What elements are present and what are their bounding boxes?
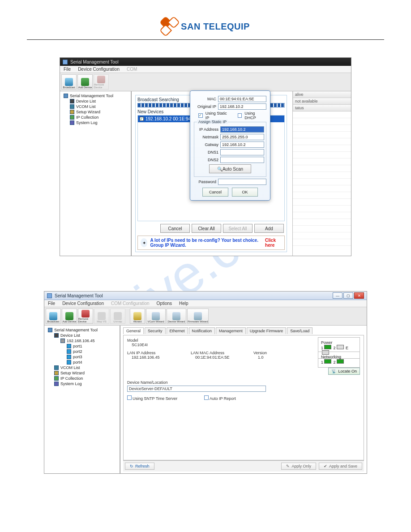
locate-on-button[interactable]: 📡Locate On <box>328 368 360 375</box>
ip-address-input[interactable]: 192.168.10.2 <box>220 126 264 133</box>
tab-security[interactable]: Security <box>145 327 166 334</box>
screenshot-device-general: Serial Management Tool — ▢ ✕ File Device… <box>44 292 367 473</box>
menu-device-config[interactable]: Device Configuration <box>74 66 123 73</box>
broadcast-button[interactable]: Broadcast <box>61 74 77 90</box>
vcom-wizard-button[interactable]: VCom Wizard <box>146 309 166 324</box>
remove-device-button: Remove Device <box>94 74 109 90</box>
nav-tree[interactable]: Serial Management Tool Device List VCOM … <box>60 91 131 256</box>
dns1-input[interactable] <box>220 149 264 155</box>
tab-management[interactable]: Management <box>216 327 246 334</box>
firmware-wizard-icon <box>194 312 202 320</box>
menu-com-config: COM <box>123 66 141 73</box>
tree-setup-wizard[interactable]: Setup Wizard <box>62 109 129 115</box>
dns2-input[interactable] <box>220 157 264 163</box>
wizard-button[interactable]: Wizard <box>130 309 145 324</box>
titlebar: Serial Management Tool — ▢ ✕ <box>44 292 367 300</box>
clear-all-button[interactable]: Clear All <box>192 224 221 233</box>
tree-root-icon <box>64 94 68 98</box>
menu-com-config: COM Configuration <box>107 300 153 307</box>
tree-system-log[interactable]: System Log <box>62 120 129 125</box>
password-input[interactable] <box>218 179 266 185</box>
tree-port1[interactable]: port1 <box>46 343 118 349</box>
remove-device-icon <box>97 76 105 83</box>
minimize-button[interactable]: — <box>333 292 342 299</box>
titlebar: Serial Management Tool <box>60 58 351 66</box>
tree-setup-wizard[interactable]: Setup Wizard <box>46 370 118 376</box>
power-led-2 <box>337 345 344 349</box>
menu-file[interactable]: File <box>44 300 59 307</box>
menu-device-config[interactable]: Device Configuration <box>59 300 107 307</box>
original-ip-field: 192.168.10.2 <box>218 103 266 110</box>
map-vs-button: Map VS <box>94 309 109 324</box>
logo-mark-icon <box>161 18 178 35</box>
tree-device-ip[interactable]: 192.168.106.45 <box>46 338 118 343</box>
device-wizard-button[interactable]: Device Wizard <box>167 309 186 324</box>
add-device-button[interactable]: Add Device <box>62 309 77 324</box>
gateway-input[interactable]: 192.168.10.2 <box>220 142 264 148</box>
tab-notification[interactable]: Notification <box>189 327 215 334</box>
close-button[interactable]: ✕ <box>354 292 364 299</box>
cancel-button[interactable]: Cancel <box>160 224 190 233</box>
tab-general[interactable]: General <box>123 327 144 334</box>
version-label: Version <box>253 351 267 355</box>
tree-vcom-list[interactable]: VCOM List <box>46 365 118 370</box>
refresh-icon: ↻ <box>130 464 133 468</box>
port-icon <box>67 349 71 354</box>
ip-collection-icon <box>70 115 74 120</box>
device-location-label: Device Name/Location <box>127 380 284 385</box>
menu-help[interactable]: Help <box>176 300 192 307</box>
static-ip-checkbox[interactable] <box>198 113 203 118</box>
tree-port4[interactable]: port4 <box>46 360 118 365</box>
tree-device-list[interactable]: Device List <box>62 99 129 104</box>
nav-tree[interactable]: Serial Management Tool Device List 192.1… <box>44 326 120 473</box>
auto-scan-button[interactable]: 🔍 Auto Scan <box>209 164 251 173</box>
general-panel: Model SC10E4I LAN IP Address 192.168.106… <box>123 335 364 460</box>
networking-status-box: Networking 1 2 <box>318 352 360 368</box>
window-title: Serial Management Tool <box>70 60 119 64</box>
tab-ethernet[interactable]: Ethernet <box>167 327 188 334</box>
maximize-button[interactable]: ▢ <box>343 292 353 299</box>
sntp-checkbox[interactable] <box>127 395 132 400</box>
window-controls: — ▢ ✕ <box>333 292 364 299</box>
brand-name: SAN TELEQUIP <box>181 21 250 32</box>
dialog-cancel-button[interactable]: Cancel <box>202 188 228 197</box>
refresh-button[interactable]: ↻Refresh <box>125 463 154 470</box>
remove-device-button[interactable]: Remove Device <box>78 309 93 324</box>
dialog-ok-button[interactable]: OK <box>232 188 258 197</box>
tab-upgrade-firmware[interactable]: Upgrade Firmware <box>247 327 287 334</box>
menu-options[interactable]: Options <box>153 300 176 307</box>
remove-device-icon <box>81 310 90 317</box>
add-button[interactable]: Add <box>254 224 284 233</box>
device-checkbox[interactable] <box>140 117 144 121</box>
dhcp-checkbox[interactable] <box>238 113 242 118</box>
device-location-input[interactable]: DeviceServer-DEFAULT <box>127 386 266 392</box>
mac-field: 00:1E:94:01:EA:5E <box>218 96 266 102</box>
tree-port2[interactable]: port2 <box>46 349 118 354</box>
tree-device-list[interactable]: Device List <box>46 333 118 338</box>
app-icon <box>63 60 68 64</box>
window-title: Serial Management Tool <box>55 293 103 298</box>
broadcast-button[interactable]: Broadcast <box>46 309 61 324</box>
locate-icon: 📡 <box>331 369 336 373</box>
save-icon: ✔ <box>324 464 327 468</box>
model-label: Model <box>127 338 148 343</box>
tree-ip-collection[interactable]: IP Collection <box>62 115 129 120</box>
net-led-2 <box>337 359 344 364</box>
auto-ip-report-checkbox[interactable] <box>204 395 209 400</box>
group-ip-wizard-promo[interactable]: ✦ A lot of IPs need to be re-config? You… <box>137 236 285 250</box>
add-device-button[interactable]: Add Device <box>77 74 93 90</box>
netmask-input[interactable]: 255.255.255.0 <box>220 134 264 140</box>
device-node-icon <box>60 339 65 343</box>
select-all-button: Select All <box>223 224 253 233</box>
map-vs-icon <box>98 312 106 320</box>
tree-system-log[interactable]: System Log <box>46 381 118 386</box>
tree-ip-collection[interactable]: IP Collection <box>46 376 118 381</box>
menu-file[interactable]: File <box>60 66 74 73</box>
tree-vcom-list[interactable]: VCOM List <box>62 104 129 109</box>
tree-port3[interactable]: port3 <box>46 354 118 360</box>
tab-save-load[interactable]: Save/Load <box>287 327 313 334</box>
add-device-icon <box>81 78 89 86</box>
assign-ip-dialog: MAC00:1E:94:01:EA:5E Original IP192.168.… <box>190 90 270 201</box>
firmware-wizard-button[interactable]: Firmware Wizard <box>187 309 209 324</box>
ip-collection-icon <box>54 376 59 381</box>
